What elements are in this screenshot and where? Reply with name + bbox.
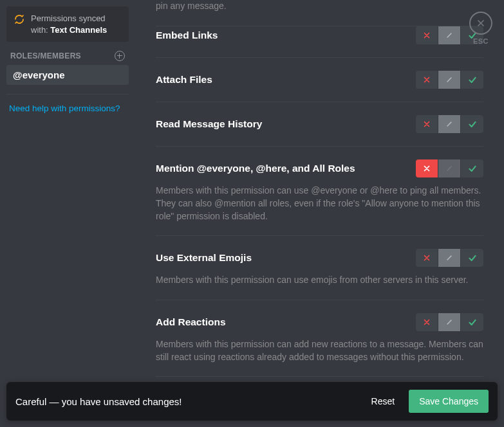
permission-title: Add Reactions: [156, 316, 226, 328]
permission-tristate: [416, 159, 483, 177]
add-role-button[interactable]: [115, 51, 125, 61]
permission-title: Embed Links: [156, 30, 218, 41]
permission-attach_files: Attach Files: [156, 58, 483, 102]
permission-tristate: [416, 71, 483, 89]
permission-tristate: [416, 115, 483, 133]
unsaved-message: Careful — you have unsaved changes!: [15, 396, 357, 407]
permissions-help-link[interactable]: Need help with permissions?: [6, 104, 129, 113]
permission-add_reactions: Add ReactionsMembers with this permissio…: [156, 300, 483, 377]
permission-deny-button[interactable]: [416, 159, 438, 177]
permission-neutral-button[interactable]: [438, 249, 461, 267]
permission-neutral-button[interactable]: [438, 71, 461, 89]
permission-description: Members with this permission can add new…: [156, 338, 483, 364]
role-item[interactable]: @everyone: [6, 65, 129, 85]
permission-embed_links: Embed Links: [156, 26, 483, 58]
close-button[interactable]: ESC: [469, 12, 492, 45]
permission-allow-button[interactable]: [461, 71, 483, 89]
esc-label: ESC: [469, 37, 492, 45]
permission-tristate: [416, 249, 483, 267]
permission-allow-button[interactable]: [461, 159, 483, 177]
permissions-panel: pin any message. Embed LinksAttach Files…: [135, 0, 504, 427]
permission-neutral-button[interactable]: [438, 115, 461, 133]
permission-deny-button[interactable]: [416, 313, 438, 331]
permission-deny-button[interactable]: [416, 249, 438, 267]
close-icon: [476, 18, 486, 28]
permission-title: Mention @everyone, @here, and All Roles: [156, 163, 355, 174]
sync-icon: [14, 14, 24, 28]
permission-allow-button[interactable]: [461, 249, 483, 267]
permissions-sync-notice: Permissions synced with: Text Channels: [6, 6, 129, 42]
permission-title: Read Message History: [156, 118, 262, 130]
save-changes-button[interactable]: Save Changes: [409, 390, 489, 413]
permission-deny-button[interactable]: [416, 26, 438, 44]
sync-text: Permissions synced with: Text Channels: [31, 13, 121, 35]
permission-allow-button[interactable]: [461, 313, 483, 331]
permission-tristate: [416, 313, 483, 331]
sidebar: Permissions synced with: Text Channels R…: [0, 0, 135, 427]
permission-neutral-button[interactable]: [438, 159, 461, 177]
roles-members-header: ROLES/MEMBERS: [6, 42, 129, 65]
sidebar-divider: [6, 94, 129, 95]
permission-mention_everyone: Mention @everyone, @here, and All RolesM…: [156, 147, 483, 237]
permission-description: Members with this permission can use @ev…: [156, 184, 483, 223]
permission-title: Attach Files: [156, 74, 212, 86]
permission-neutral-button[interactable]: [438, 26, 461, 44]
unsaved-changes-bar: Careful — you have unsaved changes! Rese…: [6, 382, 498, 421]
permission-deny-button[interactable]: [416, 115, 438, 133]
permission-deny-button[interactable]: [416, 71, 438, 89]
permission-read_message_history: Read Message History: [156, 102, 483, 147]
reset-button[interactable]: Reset: [366, 392, 400, 410]
permission-description: Members with this permission can use emo…: [156, 273, 483, 286]
permission-use_external_emojis: Use External EmojisMembers with this per…: [156, 236, 483, 300]
cutoff-previous-description: pin any message.: [156, 0, 483, 26]
permission-neutral-button[interactable]: [438, 313, 461, 331]
permission-title: Use External Emojis: [156, 252, 252, 264]
permission-allow-button[interactable]: [461, 115, 483, 133]
